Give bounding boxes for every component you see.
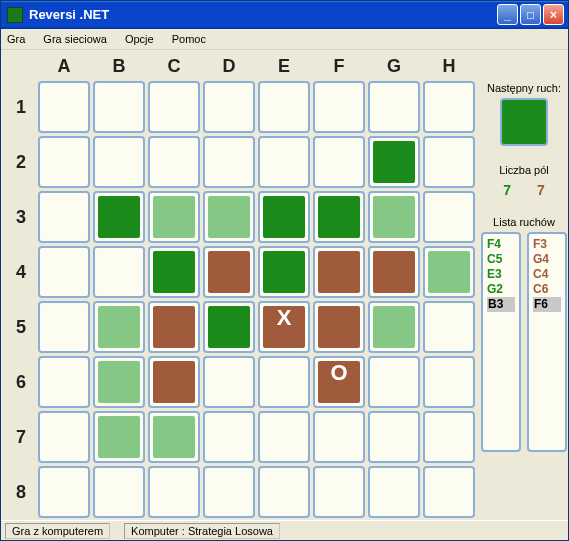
cell-C4[interactable] bbox=[148, 246, 200, 298]
cell-E2[interactable] bbox=[258, 136, 310, 188]
maximize-button[interactable]: □ bbox=[520, 4, 541, 25]
move-G4[interactable]: G4 bbox=[533, 252, 561, 267]
cell-D7[interactable] bbox=[203, 411, 255, 463]
cell-A5[interactable] bbox=[38, 301, 90, 353]
cell-E8[interactable] bbox=[258, 466, 310, 518]
cell-H7[interactable] bbox=[423, 411, 475, 463]
col-header-D: D bbox=[203, 54, 255, 78]
cell-B7[interactable] bbox=[93, 411, 145, 463]
cell-G7[interactable] bbox=[368, 411, 420, 463]
cell-F8[interactable] bbox=[313, 466, 365, 518]
cell-F6[interactable]: O bbox=[313, 356, 365, 408]
piece-lgreen bbox=[98, 416, 140, 458]
cell-B3[interactable] bbox=[93, 191, 145, 243]
menu-gra-sieciowa[interactable]: Gra sieciowa bbox=[43, 33, 107, 45]
cell-A3[interactable] bbox=[38, 191, 90, 243]
move-E3[interactable]: E3 bbox=[487, 267, 515, 282]
move-G2[interactable]: G2 bbox=[487, 282, 515, 297]
close-button[interactable]: × bbox=[543, 4, 564, 25]
titlebar[interactable]: Reversi .NET _ □ × bbox=[1, 1, 568, 29]
piece-green bbox=[318, 196, 360, 238]
move-list-green[interactable]: F4C5E3G2B3 bbox=[481, 232, 521, 452]
cell-C3[interactable] bbox=[148, 191, 200, 243]
cell-G2[interactable] bbox=[368, 136, 420, 188]
cell-D3[interactable] bbox=[203, 191, 255, 243]
cell-B5[interactable] bbox=[93, 301, 145, 353]
piece-lgreen bbox=[153, 196, 195, 238]
cell-C2[interactable] bbox=[148, 136, 200, 188]
cell-F4[interactable] bbox=[313, 246, 365, 298]
cell-F2[interactable] bbox=[313, 136, 365, 188]
cell-D4[interactable] bbox=[203, 246, 255, 298]
cell-E6[interactable] bbox=[258, 356, 310, 408]
piece-brown bbox=[153, 361, 195, 403]
cell-B2[interactable] bbox=[93, 136, 145, 188]
cell-G3[interactable] bbox=[368, 191, 420, 243]
move-list-brown[interactable]: F3G4C4C6F6 bbox=[527, 232, 567, 452]
app-window: Reversi .NET _ □ × Gra Gra sieciowa Opcj… bbox=[0, 0, 569, 541]
status-mode: Gra z komputerem bbox=[5, 523, 110, 539]
row-header-6: 6 bbox=[7, 356, 35, 408]
move-B3[interactable]: B3 bbox=[487, 297, 515, 312]
cell-D6[interactable] bbox=[203, 356, 255, 408]
move-F3[interactable]: F3 bbox=[533, 237, 561, 252]
cell-A1[interactable] bbox=[38, 81, 90, 133]
cell-A4[interactable] bbox=[38, 246, 90, 298]
cell-A7[interactable] bbox=[38, 411, 90, 463]
menu-opcje[interactable]: Opcje bbox=[125, 33, 154, 45]
cell-E4[interactable] bbox=[258, 246, 310, 298]
move-C6[interactable]: C6 bbox=[533, 282, 561, 297]
cell-A8[interactable] bbox=[38, 466, 90, 518]
piece-green bbox=[263, 196, 305, 238]
piece-lgreen bbox=[98, 306, 140, 348]
cell-C8[interactable] bbox=[148, 466, 200, 518]
move-C5[interactable]: C5 bbox=[487, 252, 515, 267]
cell-F5[interactable] bbox=[313, 301, 365, 353]
minimize-button[interactable]: _ bbox=[497, 4, 518, 25]
cell-H6[interactable] bbox=[423, 356, 475, 408]
cell-H5[interactable] bbox=[423, 301, 475, 353]
piece-green bbox=[153, 251, 195, 293]
cell-F7[interactable] bbox=[313, 411, 365, 463]
cell-C5[interactable] bbox=[148, 301, 200, 353]
cell-F3[interactable] bbox=[313, 191, 365, 243]
cell-F1[interactable] bbox=[313, 81, 365, 133]
cell-G1[interactable] bbox=[368, 81, 420, 133]
menu-pomoc[interactable]: Pomoc bbox=[172, 33, 206, 45]
cell-E3[interactable] bbox=[258, 191, 310, 243]
cell-D1[interactable] bbox=[203, 81, 255, 133]
cell-G8[interactable] bbox=[368, 466, 420, 518]
cell-D8[interactable] bbox=[203, 466, 255, 518]
cell-D5[interactable] bbox=[203, 301, 255, 353]
move-F6[interactable]: F6 bbox=[533, 297, 561, 312]
cell-E5[interactable]: X bbox=[258, 301, 310, 353]
cell-B8[interactable] bbox=[93, 466, 145, 518]
row-header-2: 2 bbox=[7, 136, 35, 188]
row-header-8: 8 bbox=[7, 466, 35, 518]
cell-H4[interactable] bbox=[423, 246, 475, 298]
cell-E1[interactable] bbox=[258, 81, 310, 133]
cell-A2[interactable] bbox=[38, 136, 90, 188]
cell-G4[interactable] bbox=[368, 246, 420, 298]
cell-C6[interactable] bbox=[148, 356, 200, 408]
cell-D2[interactable] bbox=[203, 136, 255, 188]
cell-H8[interactable] bbox=[423, 466, 475, 518]
piece-brown bbox=[263, 306, 305, 348]
move-C4[interactable]: C4 bbox=[533, 267, 561, 282]
cell-B4[interactable] bbox=[93, 246, 145, 298]
menu-gra[interactable]: Gra bbox=[7, 33, 25, 45]
cell-C1[interactable] bbox=[148, 81, 200, 133]
move-F4[interactable]: F4 bbox=[487, 237, 515, 252]
cell-B1[interactable] bbox=[93, 81, 145, 133]
cell-B6[interactable] bbox=[93, 356, 145, 408]
cell-H3[interactable] bbox=[423, 191, 475, 243]
cell-G6[interactable] bbox=[368, 356, 420, 408]
cell-C7[interactable] bbox=[148, 411, 200, 463]
count-label: Liczba pól bbox=[499, 164, 549, 176]
next-move-label: Następny ruch: bbox=[487, 82, 561, 94]
cell-H1[interactable] bbox=[423, 81, 475, 133]
cell-G5[interactable] bbox=[368, 301, 420, 353]
cell-E7[interactable] bbox=[258, 411, 310, 463]
cell-A6[interactable] bbox=[38, 356, 90, 408]
cell-H2[interactable] bbox=[423, 136, 475, 188]
